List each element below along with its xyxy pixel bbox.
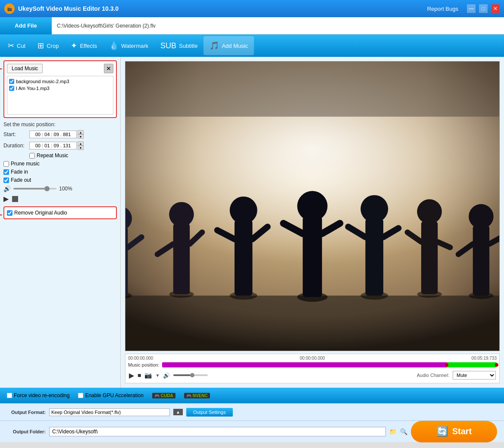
timeline-timestamps: 00:00:00.000 00:00:00.000 00:05:19.733 (128, 356, 497, 361)
main-content: Load Music ✕ background music-2.mp3 I Am… (0, 57, 504, 388)
cuda-label: CUDA (161, 393, 173, 398)
output-folder-input[interactable] (49, 427, 386, 436)
player-volume-track[interactable] (173, 374, 208, 376)
toolbar-effects[interactable]: ✦ Effects (65, 36, 103, 55)
remove-audio-label: Remove Original Audio (14, 210, 67, 216)
gpu-accel-checkbox[interactable] (78, 393, 83, 398)
effects-icon: ✦ (71, 41, 77, 50)
report-bugs-link[interactable]: Report Bugs (427, 6, 458, 12)
svg-point-32 (360, 195, 388, 223)
window-controls: — □ ✕ (467, 4, 500, 13)
dancer-silhouettes (125, 62, 499, 351)
duration-increment[interactable]: ▲ (78, 141, 84, 146)
output-format-input[interactable] (49, 408, 170, 416)
prune-music-label: Prune music (11, 161, 40, 167)
volume-slider[interactable] (13, 188, 56, 190)
music-item-2[interactable]: I Am You-1.mp3 (9, 85, 111, 92)
timestamp-mid: 00:00:00.000 (300, 356, 325, 361)
music-name-2: I Am You-1.mp3 (16, 86, 50, 91)
audio-channel-select[interactable]: Mute Left Right Stereo (453, 371, 496, 380)
start-row: Start: ▲ ▼ (3, 130, 117, 139)
track-handle-left[interactable] (445, 363, 448, 367)
volume-thumb (44, 186, 50, 191)
encoding-bar: Force video re-encoding Enable GPU Accel… (0, 388, 504, 403)
start-input[interactable] (29, 131, 77, 138)
stop-button[interactable] (12, 196, 18, 202)
player-stop-button[interactable]: ■ (138, 372, 141, 379)
start-decrement[interactable]: ▼ (78, 134, 84, 139)
output-format-dropdown-button[interactable]: ▲ (173, 409, 183, 415)
start-icon: 🔄 (436, 426, 448, 437)
add-file-button[interactable]: Add File (0, 17, 52, 34)
timestamp-end: 00:05:19.733 (472, 356, 497, 361)
remove-audio-checkbox[interactable] (7, 210, 13, 216)
gpu-accel-item: Enable GPU Acceleration (78, 392, 143, 398)
video-preview (125, 61, 500, 351)
start-button[interactable]: 🔄 Start (411, 421, 497, 442)
svg-rect-11 (125, 227, 128, 296)
music-position-track[interactable] (162, 362, 497, 367)
search-folder-button[interactable]: 🔍 (400, 428, 407, 435)
volume-percentage: 100% (59, 186, 72, 192)
playback-row: ▶ (3, 195, 117, 203)
close-button[interactable]: ✕ (491, 4, 500, 13)
output-folder-label: Output Folder: (7, 429, 46, 434)
output-settings-button[interactable]: Output Settings (186, 408, 233, 417)
add-music-icon: 🎵 (210, 41, 219, 50)
toolbar-subtitle[interactable]: SUB Subtitle (154, 36, 203, 55)
force-reencoding-item: Force video re-encoding (7, 392, 69, 398)
minimize-button[interactable]: — (467, 4, 476, 13)
repeat-music-checkbox[interactable] (29, 153, 35, 159)
prune-music-checkbox[interactable] (3, 161, 9, 167)
svg-rect-26 (303, 216, 322, 297)
music-checkbox-1[interactable] (9, 79, 14, 84)
volume-row: 🔊 100% (3, 185, 117, 192)
music-checkbox-2[interactable] (9, 86, 14, 91)
cuda-badge: 🎮 CUDA (152, 393, 175, 398)
music-name-1: background music-2.mp3 (16, 79, 69, 84)
audio-channel-label: Audio Channel: (417, 373, 449, 378)
svg-point-22 (230, 196, 257, 224)
toolbar-subtitle-label: Subtitle (179, 43, 197, 49)
right-panel: 00:00:00.000 00:00:00.000 00:05:19.733 M… (121, 57, 504, 388)
duration-decrement[interactable]: ▼ (78, 146, 84, 150)
player-play-button[interactable]: ▶ (129, 371, 134, 380)
track-handle-right[interactable] (495, 363, 498, 367)
player-volume-thumb (190, 373, 194, 377)
svg-point-37 (417, 199, 442, 224)
toolbar-watermark-label: Watermark (121, 43, 148, 49)
toolbar-cut[interactable]: ✂ Cut (2, 36, 31, 55)
music-position-label: Music position: (128, 362, 160, 367)
maximize-button[interactable]: □ (479, 4, 488, 13)
title-bar: 🎬 UkeySoft Video Music Editor 10.3.0 Rep… (0, 0, 504, 17)
fade-in-checkbox[interactable] (3, 169, 9, 175)
svg-rect-8 (125, 62, 499, 117)
screenshot-button[interactable]: 📷 (144, 372, 152, 379)
toolbar-crop[interactable]: ⊞ Crop (31, 36, 65, 55)
load-music-area: Load Music ✕ background music-2.mp3 I Am… (3, 60, 117, 118)
music-item-1[interactable]: background music-2.mp3 (9, 78, 111, 85)
fade-in-row: Fade in (3, 169, 117, 175)
duration-input[interactable] (29, 142, 77, 149)
cut-icon: ✂ (8, 41, 14, 50)
toolbar-add-music-label: Add Music (222, 43, 248, 49)
set-position-label: Set the music position: (3, 121, 117, 128)
load-music-close-button[interactable]: ✕ (104, 64, 113, 73)
prune-music-row: Prune music (3, 161, 117, 167)
nvenc-badge: 🎮 NVENC (184, 393, 210, 398)
load-music-header: Load Music ✕ (7, 64, 113, 73)
remove-audio-area: Remove Original Audio (3, 206, 117, 219)
fade-out-checkbox[interactable] (3, 177, 9, 183)
load-music-section: Load Music ✕ background music-2.mp3 I Am… (3, 60, 117, 118)
screenshot-dropdown[interactable]: ▼ (155, 373, 160, 378)
file-path: C:\Videos-Ukeysoft\Girls' Generation (2)… (52, 23, 161, 29)
toolbar-add-music[interactable]: 🎵 Add Music (203, 36, 254, 55)
play-button[interactable]: ▶ (3, 195, 9, 203)
start-increment[interactable]: ▲ (78, 130, 84, 134)
track-music-segment (447, 362, 497, 367)
svg-rect-36 (421, 221, 438, 294)
load-music-button[interactable]: Load Music (7, 64, 43, 73)
toolbar-watermark[interactable]: 💧 Watermark (103, 36, 154, 55)
browse-folder-button[interactable]: 📁 (389, 428, 397, 435)
force-reencoding-checkbox[interactable] (7, 393, 12, 398)
